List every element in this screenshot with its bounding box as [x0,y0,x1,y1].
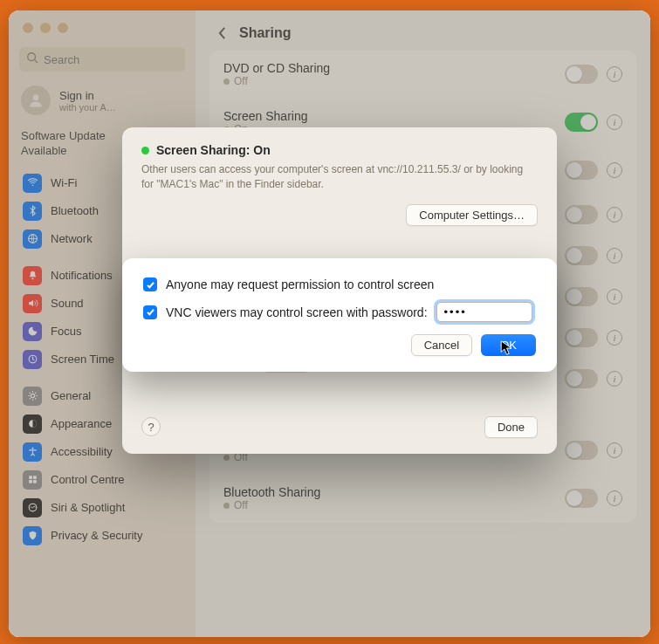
vnc-password-field[interactable] [436,302,532,322]
done-button[interactable]: Done [484,416,538,438]
checkbox-checked-icon[interactable] [143,277,157,291]
status-dot-on [141,147,149,154]
help-button[interactable]: ? [141,417,161,436]
computer-settings-dialog: Anyone may request permission to control… [122,258,557,372]
option-anyone-request[interactable]: Anyone may request permission to control… [143,277,536,291]
sheet-title: Screen Sharing: On [156,143,271,157]
checkbox-checked-icon[interactable] [143,305,157,319]
cancel-button[interactable]: Cancel [411,334,472,356]
sheet-description: Other users can access your computer's s… [141,162,538,192]
option-vnc-password[interactable]: VNC viewers may control screen with pass… [143,302,536,322]
computer-settings-button[interactable]: Computer Settings… [406,204,538,226]
cursor-icon [500,340,513,360]
